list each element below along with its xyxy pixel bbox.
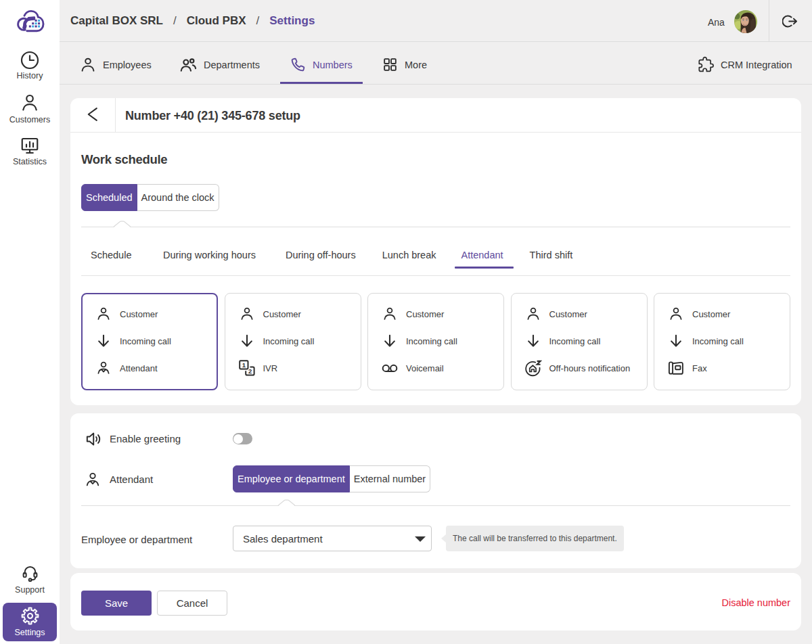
svg-text:1: 1 <box>242 361 246 369</box>
svg-text:2: 2 <box>248 367 251 375</box>
